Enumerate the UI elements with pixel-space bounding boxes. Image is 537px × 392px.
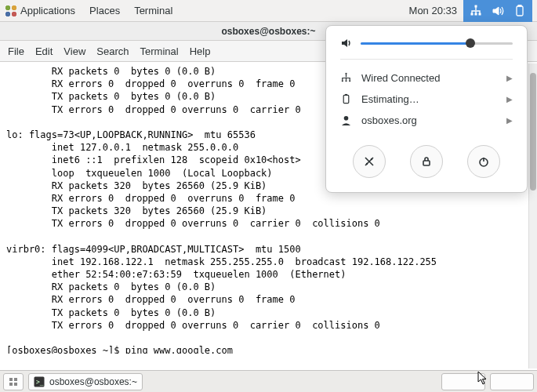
menu-search[interactable]: Search [96,45,129,57]
menu-file[interactable]: File [8,45,24,57]
app-menu: Applications Places Terminal [5,5,172,17]
wired-network-icon [340,72,352,84]
vertical-scrollbar[interactable] [528,64,537,368]
terminal-menu-label: Terminal [134,5,172,16]
separator [340,59,513,60]
svg-text:>_: >_ [36,379,44,386]
user-icon [340,114,352,126]
battery-item[interactable]: Estimating… ▶ [340,89,513,110]
action-buttons [340,145,513,178]
power-icon [477,155,490,168]
menu-view[interactable]: View [63,45,85,57]
volume-icon [492,5,504,17]
clock[interactable]: Mon 20:33 [409,5,457,16]
svg-rect-8 [346,80,347,82]
menu-terminal[interactable]: Terminal [140,45,179,57]
system-tray[interactable] [463,0,532,22]
slider-thumb[interactable] [466,38,475,48]
svg-rect-5 [518,5,521,6]
user-item[interactable]: osboxes.org ▶ [340,110,513,131]
volume-row [340,37,513,49]
settings-button[interactable] [353,145,386,178]
svg-point-13 [365,163,367,165]
top-panel: Applications Places Terminal Mon 20:33 [0,0,537,22]
network-icon [470,5,482,17]
chevron-right-icon: ▶ [506,116,513,125]
menu-edit[interactable]: Edit [35,45,53,57]
show-desktop-icon [9,377,18,387]
svg-point-14 [370,158,372,160]
svg-rect-11 [345,94,347,95]
taskbar: >_ osboxes@osboxes:~ [0,370,537,392]
svg-rect-6 [346,73,347,74]
svg-rect-1 [471,13,473,15]
battery-icon [513,5,526,17]
workspace-switcher-1[interactable] [441,373,485,390]
applications-label: Applications [20,5,75,16]
lock-icon [420,155,433,168]
places-menu[interactable]: Places [89,5,120,16]
scrollbar-thumb[interactable] [530,73,536,191]
terminal-app-menu[interactable]: Terminal [134,5,172,16]
settings-icon [363,155,376,168]
svg-rect-2 [475,13,477,15]
battery-label: Estimating… [361,93,497,105]
svg-rect-18 [14,378,17,381]
lock-button[interactable] [410,145,443,178]
svg-rect-17 [9,378,13,381]
volume-icon [340,37,353,49]
places-label: Places [89,5,120,16]
chevron-right-icon: ▶ [506,74,513,82]
window-title: osboxes@osboxes:~ [221,26,315,37]
battery-icon [340,93,352,105]
svg-rect-19 [9,383,13,386]
svg-point-12 [344,116,349,121]
taskbar-item-terminal[interactable]: >_ osboxes@osboxes:~ [28,373,143,390]
svg-rect-7 [342,80,343,82]
volume-slider[interactable] [361,38,513,49]
chevron-right-icon: ▶ [506,95,513,103]
network-item[interactable]: Wired Connected ▶ [340,67,513,89]
slider-fill [361,42,470,45]
svg-rect-4 [517,6,523,16]
terminal-icon: >_ [34,376,45,387]
show-desktop-button[interactable] [3,373,24,390]
svg-rect-10 [343,95,349,103]
svg-rect-0 [475,5,477,7]
menu-help[interactable]: Help [190,45,211,57]
distro-logo-icon [5,5,17,17]
power-button[interactable] [467,145,500,178]
svg-rect-15 [423,161,430,165]
svg-rect-20 [14,383,17,386]
taskbar-item-label: osboxes@osboxes:~ [49,376,137,387]
network-label: Wired Connected [361,72,497,84]
workspace-switcher-2[interactable] [490,373,534,390]
user-label: osboxes.org [361,114,497,126]
applications-menu[interactable]: Applications [5,5,75,17]
system-menu-popover: Wired Connected ▶ Estimating… ▶ osboxes.… [325,25,528,193]
svg-rect-9 [349,80,350,82]
svg-rect-3 [479,13,481,15]
